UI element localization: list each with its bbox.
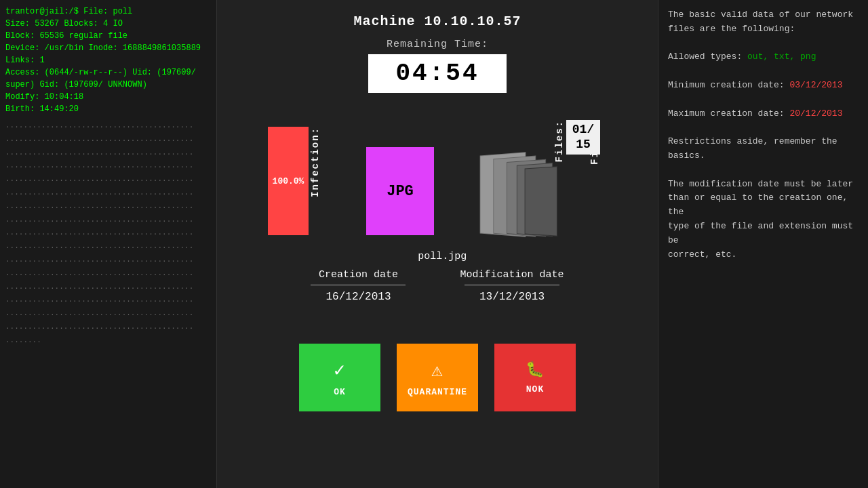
terminal-dots: ........................................… [5, 119, 211, 348]
info-allowed-prefix: Allowed types: [668, 52, 747, 62]
info-mod-note-1: The modification date must be later [668, 179, 853, 189]
terminal-line-5: Links: 1 [5, 54, 211, 66]
infection-percent: 100.0% [268, 176, 309, 186]
info-line-1: The basic valid data of our network [668, 9, 853, 20]
creation-date-value: 16/12/2013 [326, 291, 391, 303]
terminal-line-9: Birth: 14:49:20 [5, 103, 211, 115]
info-allowed-values: out, txt, png [747, 52, 816, 62]
modification-date-col: Modification date 13/12/2013 [460, 269, 564, 303]
infection-area: 100.0% Infection: [268, 127, 321, 235]
files-display: Files: 01/ 15 [554, 120, 600, 162]
bug-icon: 🐛 [526, 361, 545, 379]
file-type-label: JPG [387, 183, 414, 200]
quarantine-icon: ⚠ [431, 359, 443, 382]
creation-date-label: Creation date [319, 269, 398, 281]
infection-bar: 100.0% [268, 127, 309, 235]
terminal-line-3: Block: 65536 regular file [5, 30, 211, 42]
timer-display: 04:54 [368, 54, 506, 93]
info-panel: The basic valid data of our network file… [658, 0, 868, 488]
files-count: 01/ 15 [566, 120, 600, 155]
info-max-date-value: 20/12/2013 [789, 108, 842, 119]
info-restrictions-2: basics. [668, 150, 705, 161]
creation-date-divider [311, 285, 406, 285]
creation-date-col: Creation date 16/12/2013 [311, 269, 406, 303]
terminal-line-8: Modify: 10:04:18 [5, 91, 211, 103]
terminal-panel: trantor@jail:/$ File: poll Size: 53267 B… [0, 0, 217, 488]
info-max-date-prefix: Maximum creation date: [668, 108, 789, 119]
terminal-line-4: Device: /usr/bin Inode: 1688849861035889 [5, 42, 211, 54]
ok-button[interactable]: ✓ OK [299, 344, 380, 411]
file-icon: JPG [366, 147, 434, 235]
info-mod-note-2: than or equal to the creation one, the [668, 192, 848, 217]
info-line-2: files are the following: [668, 24, 795, 34]
files-current: 01/ [570, 123, 596, 138]
modification-date-value: 13/12/2013 [479, 291, 545, 303]
file-name: poll.jpg [418, 251, 467, 262]
terminal-line-7: super) Gid: (197609/ UNKNOWN) [5, 79, 211, 91]
info-mod-note-4: correct, etc. [668, 249, 736, 260]
center-panel: Machine 10.10.10.57 Remaining Time: 04:5… [217, 0, 658, 488]
files-vertical-label: Files: [554, 120, 565, 162]
info-mod-note-3: type of the file and extension must be [668, 221, 853, 245]
info-restrictions-1: Restrictions aside, remember the [668, 136, 837, 146]
check-icon: ✓ [334, 359, 346, 382]
infection-label: Infection: [310, 127, 321, 197]
terminal-line-1: trantor@jail:/$ File: poll [5, 5, 211, 18]
modification-date-label: Modification date [460, 269, 564, 281]
machine-title: Machine 10.10.10.57 [353, 14, 521, 29]
info-min-date-value: 03/12/2013 [789, 80, 842, 90]
date-section: Creation date 16/12/2013 Modification da… [311, 269, 564, 303]
ok-label: OK [334, 387, 346, 397]
remaining-label: Remaining Time: [387, 39, 488, 50]
nok-button[interactable]: 🐛 NOK [494, 344, 576, 411]
files-total: 15 [570, 138, 596, 152]
terminal-line-2: Size: 53267 Blocks: 4 IO [5, 18, 211, 30]
nok-label: NOK [526, 384, 544, 394]
info-min-date-prefix: Minimum creation date: [668, 80, 789, 90]
quarantine-button[interactable]: ⚠ QUARANTINE [397, 344, 478, 411]
terminal-line-6: Access: (0644/-rw-r--r--) Uid: (197609/ [5, 66, 211, 79]
action-buttons: ✓ OK ⚠ QUARANTINE 🐛 NOK [299, 344, 576, 411]
quarantine-label: QUARANTINE [408, 387, 467, 397]
modification-date-divider [465, 285, 559, 285]
